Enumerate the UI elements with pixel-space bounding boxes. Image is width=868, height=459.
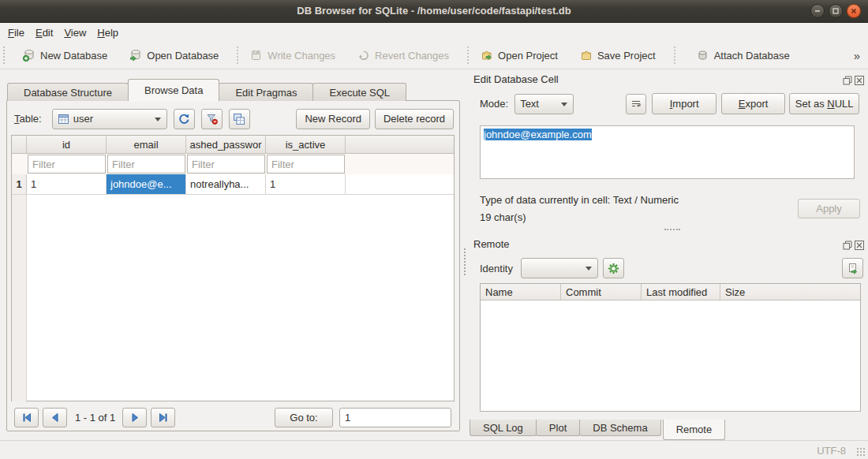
tab-plot[interactable]: Plot <box>536 420 580 436</box>
previous-record-button[interactable] <box>43 408 67 427</box>
remote-column-commit[interactable]: Commit <box>561 284 642 300</box>
table-icon <box>58 114 69 125</box>
new-record-button[interactable]: New Record <box>296 109 370 129</box>
window-title: DB Browser for SQLite - /home/user/code/… <box>0 5 868 17</box>
write-changes-icon <box>250 49 263 62</box>
tab-edit-pragmas[interactable]: Edit Pragmas <box>219 83 313 101</box>
save-table-button[interactable] <box>229 109 250 129</box>
remote-column-name[interactable]: Name <box>481 284 561 300</box>
toolbar-overflow-button[interactable]: » <box>854 49 860 62</box>
goto-input[interactable] <box>339 408 451 427</box>
menu-edit[interactable]: Edit <box>30 24 58 41</box>
clear-filters-button[interactable] <box>201 109 223 129</box>
tab-execute-sql[interactable]: Execute SQL <box>312 83 406 101</box>
close-button[interactable] <box>847 4 861 18</box>
grid-filter-row <box>12 154 454 174</box>
new-database-button[interactable]: New Database <box>19 46 111 65</box>
identity-selector[interactable] <box>521 258 598 278</box>
float-dock-button[interactable] <box>842 240 852 250</box>
filter-input-email[interactable] <box>107 155 185 174</box>
next-record-button[interactable] <box>122 408 147 427</box>
filter-corner <box>12 154 27 174</box>
close-dock-icon <box>855 241 864 250</box>
close-dock-icon <box>855 76 864 85</box>
open-project-button[interactable]: Open Project <box>477 46 562 65</box>
tab-sql-log[interactable]: SQL Log <box>470 420 537 436</box>
mode-selector[interactable]: Text <box>514 94 574 114</box>
tab-database-structure[interactable]: Database Structure <box>7 83 129 101</box>
dropdown-arrow-icon <box>586 267 592 271</box>
grid-empty-area <box>12 195 454 402</box>
filter-input-hashed-password[interactable] <box>187 155 265 174</box>
data-grid: id email ashed_passwor is_active 1 1 joh… <box>11 135 455 401</box>
record-navigation: 1 - 1 of 1 Go to: <box>14 407 451 427</box>
toolbar-drag-handle[interactable] <box>3 47 5 64</box>
import-button[interactable]: Import <box>652 93 716 114</box>
remote-table: Name Commit Last modified Size <box>480 283 861 412</box>
word-wrap-button[interactable] <box>626 94 646 114</box>
grid-corner <box>12 136 27 153</box>
last-record-button[interactable] <box>151 408 175 427</box>
revert-changes-button: Revert Changes <box>354 46 453 65</box>
goto-button[interactable]: Go to: <box>275 408 333 427</box>
filter-input-is-active[interactable] <box>267 155 345 174</box>
save-project-button[interactable]: Save Project <box>576 46 660 65</box>
cell-id[interactable]: 1 <box>27 174 107 194</box>
tab-remote[interactable]: Remote <box>663 420 726 440</box>
menu-file[interactable]: File <box>2 24 30 41</box>
menu-help[interactable]: Help <box>92 24 124 41</box>
apply-button[interactable]: Apply <box>798 199 860 218</box>
float-icon <box>843 76 852 85</box>
encoding-label: UTF-8 <box>817 445 846 457</box>
close-icon <box>850 7 858 15</box>
close-dock-button[interactable] <box>854 240 864 250</box>
save-project-icon <box>580 49 593 62</box>
menu-view[interactable]: View <box>58 24 92 41</box>
minimize-button[interactable] <box>810 4 825 18</box>
clone-database-button[interactable] <box>842 258 863 278</box>
delete-record-button[interactable]: Delete record <box>375 109 454 129</box>
attach-database-icon <box>697 49 709 62</box>
dropdown-arrow-icon <box>155 118 161 121</box>
cell-is-active[interactable]: 1 <box>266 174 346 194</box>
remote-column-size[interactable]: Size <box>720 284 860 300</box>
table-label: Table: <box>14 113 42 125</box>
write-changes-button: Write Changes <box>246 46 339 65</box>
open-database-button[interactable]: Open Database <box>125 46 223 65</box>
tab-browse-data[interactable]: Browse Data <box>128 79 219 101</box>
toolbar-separator <box>237 47 238 64</box>
manage-identities-button[interactable] <box>603 258 624 278</box>
table-selector[interactable]: user <box>52 109 167 129</box>
attach-database-button[interactable]: Attach Database <box>693 46 794 65</box>
cell-email-selected[interactable]: johndoe@e... <box>107 174 186 194</box>
first-record-button[interactable] <box>14 408 39 427</box>
float-dock-button[interactable] <box>842 75 852 85</box>
column-header-hashed-password[interactable]: ashed_passwor <box>186 136 266 153</box>
cell-hashed-password[interactable]: notreallyha... <box>186 174 266 194</box>
refresh-icon <box>178 113 190 125</box>
vertical-splitter-handle[interactable] <box>464 248 466 275</box>
float-icon <box>843 241 852 250</box>
horizontal-splitter-handle[interactable] <box>664 229 680 230</box>
cell-type-info: Type of data currently in cell: Text / N… <box>480 194 679 206</box>
maximize-button[interactable] <box>829 4 843 18</box>
column-header-email[interactable]: email <box>107 136 186 153</box>
resize-grip[interactable] <box>856 447 866 457</box>
main-tab-bar: Database Structure Browse Data Edit Prag… <box>7 79 406 101</box>
cell-value: johndoe@example.com <box>484 129 592 140</box>
filter-input-id[interactable] <box>28 155 106 174</box>
cell-editor[interactable]: johndoe@example.com <box>480 125 855 179</box>
tab-db-schema[interactable]: DB Schema <box>579 420 660 436</box>
export-button[interactable]: Export <box>721 93 785 114</box>
refresh-button[interactable] <box>174 109 195 129</box>
column-header-is-active[interactable]: is_active <box>266 136 346 153</box>
remote-column-last-modified[interactable]: Last modified <box>642 284 720 300</box>
title-bar[interactable]: DB Browser for SQLite - /home/user/code/… <box>0 0 868 23</box>
close-dock-button[interactable] <box>854 75 864 85</box>
maximize-icon <box>832 7 840 15</box>
clone-database-icon <box>847 263 859 274</box>
column-header-id[interactable]: id <box>27 136 107 153</box>
set-as-null-button[interactable]: Set as NULL <box>789 93 859 114</box>
status-bar: UTF-8 <box>0 440 868 459</box>
row-header[interactable]: 1 <box>12 174 27 194</box>
